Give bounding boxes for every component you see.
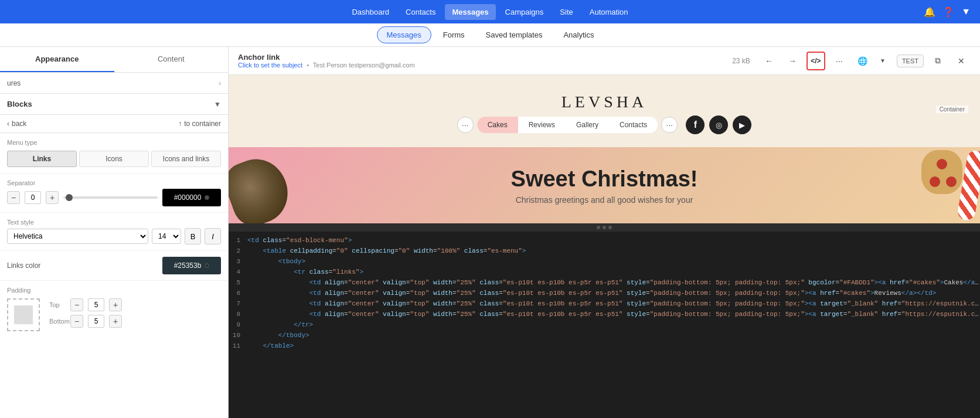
line-num-6: 6 bbox=[229, 290, 247, 299]
back-arrow-icon: ‹ bbox=[7, 120, 9, 128]
line-content-2: <table cellpadding="0" cellspacing="0" w… bbox=[247, 247, 526, 257]
left-panel: Appearance Content ures › Blocks ▼ ‹ bac… bbox=[0, 47, 229, 418]
nav-messages[interactable]: Messages bbox=[445, 4, 495, 20]
separator-plus-button[interactable]: + bbox=[46, 191, 59, 204]
font-size-select[interactable]: 14 bbox=[152, 229, 181, 244]
nav-links: Cakes Reviews Gallery Contacts bbox=[477, 117, 658, 133]
code-line-7: 7 <td align="center" valign="top" width=… bbox=[229, 300, 980, 310]
youtube-icon[interactable]: ▶ bbox=[733, 115, 751, 134]
nav-link-reviews[interactable]: Reviews bbox=[518, 117, 566, 133]
top-nav-right: 🔔 ❓ ▼ bbox=[924, 0, 971, 23]
color-dot-icon bbox=[205, 195, 209, 200]
menu-type-links[interactable]: Links bbox=[7, 151, 77, 167]
nav-contacts[interactable]: Contacts bbox=[399, 4, 443, 20]
padding-top-plus-button[interactable]: + bbox=[109, 298, 122, 311]
separator-minus-button[interactable]: − bbox=[7, 191, 20, 204]
nav-right-dots[interactable]: ··· bbox=[661, 117, 678, 133]
bell-icon[interactable]: 🔔 bbox=[924, 6, 935, 18]
editor-toolbar: Anchor link Click to set the subject • T… bbox=[229, 47, 980, 75]
padding-bottom-input[interactable] bbox=[88, 315, 104, 328]
pine-cone-shape bbox=[229, 153, 297, 223]
padding-bottom-row: Bottom − + bbox=[49, 315, 221, 328]
close-button[interactable]: ✕ bbox=[952, 52, 971, 70]
nav-campaigns[interactable]: Campaigns bbox=[498, 4, 551, 20]
candy-cane-decoration bbox=[951, 147, 980, 223]
up-arrow-icon: ↑ bbox=[178, 120, 182, 128]
code-button[interactable]: </> bbox=[807, 52, 825, 70]
nav-dashboard[interactable]: Dashboard bbox=[345, 4, 396, 20]
test-button[interactable]: TEST bbox=[897, 55, 924, 67]
line-content-11: </table> bbox=[247, 342, 294, 352]
links-color-dot-icon bbox=[205, 263, 209, 268]
text-style-section: Text style Helvetica 14 B I bbox=[0, 213, 228, 251]
line-num-9: 9 bbox=[229, 321, 247, 331]
separator-value-input[interactable] bbox=[25, 191, 41, 204]
facebook-icon[interactable]: f bbox=[686, 115, 705, 134]
subnav-forms[interactable]: Forms bbox=[434, 27, 474, 43]
padding-top-minus-button[interactable]: − bbox=[70, 298, 83, 311]
code-line-3: 3 <tbody> bbox=[229, 257, 980, 268]
tab-appearance[interactable]: Appearance bbox=[0, 47, 114, 72]
sub-navigation: Messages Forms Saved templates Analytics bbox=[0, 23, 980, 47]
menu-type-icons[interactable]: Icons bbox=[79, 151, 149, 167]
globe-controls: 🌐 ▼ bbox=[853, 52, 892, 70]
line-content-8: <td align="center" valign="top" width="2… bbox=[247, 311, 980, 320]
nav-site[interactable]: Site bbox=[553, 4, 580, 20]
code-dot-2 bbox=[603, 226, 606, 229]
christmas-title: Sweet Christmas! bbox=[511, 166, 698, 192]
features-chevron[interactable]: › bbox=[219, 79, 221, 87]
font-family-select[interactable]: Helvetica bbox=[7, 229, 148, 244]
code-line-8: 8 <td align="center" valign="top" width=… bbox=[229, 310, 980, 321]
links-color-picker[interactable]: #25353b bbox=[162, 257, 221, 274]
separator-slider[interactable] bbox=[63, 196, 158, 199]
instagram-icon[interactable]: ◎ bbox=[709, 115, 728, 134]
cookie-dot-2-icon bbox=[930, 176, 940, 187]
help-icon[interactable]: ❓ bbox=[942, 6, 954, 18]
features-label: ures bbox=[7, 79, 21, 87]
nav-link-cakes[interactable]: Cakes bbox=[477, 117, 518, 133]
links-color-value: #25353b bbox=[174, 261, 202, 270]
globe-chevron-button[interactable]: ▼ bbox=[873, 52, 892, 70]
top-navigation: Dashboard Contacts Messages Campaigns Si… bbox=[0, 0, 980, 23]
globe-button[interactable]: 🌐 bbox=[853, 52, 872, 70]
line-num-7: 7 bbox=[229, 300, 247, 310]
blocks-chevron[interactable]: ▼ bbox=[214, 100, 221, 108]
separator-label: Separator bbox=[7, 179, 221, 186]
tab-content[interactable]: Content bbox=[114, 47, 229, 72]
separator-color-picker[interactable]: #000000 bbox=[162, 189, 221, 206]
subnav-saved-templates[interactable]: Saved templates bbox=[477, 27, 552, 43]
chevron-icon[interactable]: ▼ bbox=[961, 6, 971, 17]
to-container-button[interactable]: ↑ to container bbox=[178, 120, 221, 128]
more-button[interactable]: ··· bbox=[830, 52, 849, 70]
nav-left-dots[interactable]: ··· bbox=[457, 117, 474, 133]
subnav-messages[interactable]: Messages bbox=[377, 26, 431, 43]
code-line-9: 9 </tr> bbox=[229, 321, 980, 331]
undo-button[interactable]: ← bbox=[760, 52, 778, 70]
right-panel: Anchor link Click to set the subject • T… bbox=[229, 47, 980, 418]
code-line-11: 11 </table> bbox=[229, 342, 980, 352]
panel-tabs: Appearance Content bbox=[0, 47, 228, 73]
italic-button[interactable]: I bbox=[205, 228, 221, 244]
back-button[interactable]: ‹ back bbox=[7, 120, 26, 128]
email-click-text[interactable]: Click to set the subject bbox=[238, 62, 302, 69]
padding-top-input[interactable] bbox=[88, 298, 104, 311]
padding-bottom-minus-button[interactable]: − bbox=[70, 315, 83, 328]
separator-color-value: #000000 bbox=[174, 193, 202, 202]
menu-type-buttons: Links Icons Icons and links bbox=[7, 151, 221, 167]
nav-link-contacts[interactable]: Contacts bbox=[609, 117, 658, 133]
slider-thumb bbox=[66, 194, 73, 201]
padding-bottom-plus-button[interactable]: + bbox=[109, 315, 122, 328]
menu-type-icons-links[interactable]: Icons and links bbox=[151, 151, 221, 167]
nav-automation[interactable]: Automation bbox=[583, 4, 635, 20]
copy-button[interactable]: ⧉ bbox=[928, 52, 947, 70]
code-line-5: 5 <td align="center" valign="top" width=… bbox=[229, 278, 980, 289]
bold-button[interactable]: B bbox=[185, 228, 201, 244]
back-label: back bbox=[12, 120, 26, 128]
email-top-section: LEVSHA Container ··· Cakes Reviews Galle… bbox=[229, 75, 980, 147]
nav-link-gallery[interactable]: Gallery bbox=[566, 117, 609, 133]
redo-button[interactable]: → bbox=[783, 52, 802, 70]
padding-top-label: Top bbox=[49, 301, 66, 308]
features-row: ures › bbox=[0, 73, 228, 94]
subnav-analytics[interactable]: Analytics bbox=[554, 27, 603, 43]
code-editor[interactable]: 1 <td class="esd-block-menu"> 2 <table c… bbox=[229, 232, 980, 418]
